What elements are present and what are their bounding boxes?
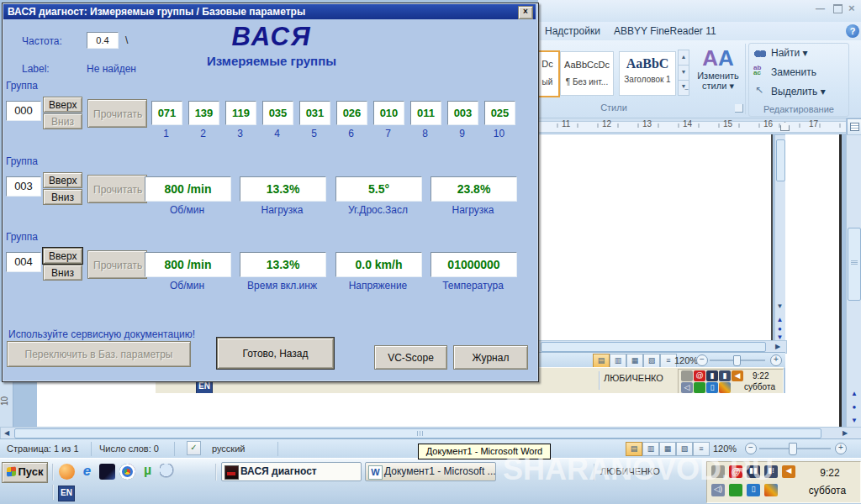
- switch-basic-params-button[interactable]: Переключить в Баз. параметры: [7, 341, 191, 367]
- inner-scroll-right-icon: ▶: [772, 342, 784, 351]
- group2-number-input[interactable]: 003: [6, 176, 41, 197]
- inner-vscroll-thumb[interactable]: [776, 139, 785, 181]
- taskbar-tooltip: Документ1 - Microsoft Word: [418, 444, 551, 459]
- ruler-number: 13: [642, 119, 652, 129]
- tab-abbyy-finereader[interactable]: ABBYY FineReader 11: [614, 25, 716, 37]
- app-logo: ВАСЯ: [171, 22, 372, 52]
- editing-group: Найти ▾ abac Заменить ↖ Выделить ▾ Редак…: [748, 43, 849, 117]
- taskbar-task-vasya[interactable]: ВАСЯ диагност: [221, 462, 362, 481]
- browse-object-icon[interactable]: ●: [848, 402, 860, 412]
- view-fullscreen-icon[interactable]: ▥: [642, 442, 659, 456]
- group1-read-button[interactable]: Прочитать: [87, 99, 147, 128]
- styles-dialog-launcher-icon[interactable]: [735, 104, 743, 113]
- group3-number-input[interactable]: 004: [6, 252, 41, 272]
- inner-tray-clock: 9:22: [753, 371, 769, 381]
- inner-system-tray: @ ▮ ▮ ◀ 9:22 ◁ ▯ суббота: [678, 369, 784, 394]
- vc-scope-button[interactable]: VC-Scope: [374, 345, 447, 370]
- word-titlebar: — ×: [538, 0, 861, 22]
- tray-day[interactable]: суббота: [800, 485, 855, 496]
- view-outline-icon[interactable]: ▧: [676, 442, 693, 456]
- tray-icon-gray[interactable]: [711, 465, 725, 478]
- document-page[interactable]: [538, 134, 773, 342]
- zoom-level[interactable]: 120%: [713, 444, 737, 454]
- styles-gallery-scroll: ▲ ▼ ▼̲: [678, 50, 689, 96]
- log-button[interactable]: Журнал: [453, 345, 528, 370]
- prev-page-icon[interactable]: ▲: [848, 389, 860, 399]
- inner-taskbar: ЛЮБИЧЕНКО @ ▮ ▮ ◀ 9:22 ◁ ▯ суббота: [538, 367, 784, 394]
- view-print-layout-icon[interactable]: ▤: [626, 442, 642, 456]
- status-word-count[interactable]: Число слов: 0: [99, 444, 159, 454]
- style-heading1[interactable]: AaBbC Заголовок 1: [619, 51, 676, 96]
- restore-icon[interactable]: [833, 4, 843, 13]
- scroll-right-icon[interactable]: ▶: [840, 428, 850, 438]
- frequency-input[interactable]: 0.4: [87, 32, 119, 49]
- group2-up-button[interactable]: Вверх: [43, 172, 82, 188]
- style-no-spacing[interactable]: AaBbCcDc ¶ Без инт...: [560, 51, 614, 96]
- tray-icon-volume-mixer[interactable]: ◀: [782, 465, 795, 478]
- start-button[interactable]: Пуск: [2, 462, 48, 483]
- tray-icon-updater[interactable]: [764, 484, 778, 496]
- quicklaunch-search-icon[interactable]: [160, 464, 176, 480]
- group2-value: 13.3%: [240, 176, 326, 202]
- quicklaunch-app-icon[interactable]: [99, 464, 115, 480]
- zoom-slider-thumb[interactable]: [789, 443, 797, 455]
- tray-clock[interactable]: 9:22: [806, 467, 853, 479]
- style-heading1-label: Заголовок 1: [620, 75, 675, 84]
- gallery-more-icon[interactable]: ▼̲: [678, 81, 689, 96]
- quicklaunch-chrome-icon[interactable]: [119, 464, 135, 480]
- tray-icon-battery[interactable]: ▯: [747, 484, 760, 496]
- group1-index: 9: [447, 128, 477, 139]
- gallery-down-icon[interactable]: ▼: [678, 66, 689, 81]
- dialog-titlebar[interactable]: ВАСЯ диагност: Измеряемые группы / Базов…: [3, 4, 536, 19]
- desktop: — × Надстройки ABBYY FineReader 11 ? Dc …: [0, 0, 861, 504]
- quicklaunch-ie-icon[interactable]: e: [79, 463, 95, 479]
- spellcheck-icon[interactable]: ✓: [187, 441, 201, 455]
- vertical-scrollbar[interactable]: ▲ ● ▼: [846, 134, 861, 428]
- tray-icon-speaker[interactable]: ◁): [711, 484, 725, 496]
- select-button[interactable]: Выделить ▾: [771, 86, 826, 97]
- group3-up-button[interactable]: Вверх: [43, 248, 82, 264]
- group3-down-button[interactable]: Вниз: [43, 265, 82, 281]
- tray-icon-green[interactable]: [729, 484, 742, 496]
- group2-down-button[interactable]: Вниз: [43, 189, 82, 205]
- group1-up-button[interactable]: Вверх: [43, 97, 82, 113]
- change-styles-button[interactable]: AA Изменить стили ▾: [695, 45, 742, 113]
- status-language[interactable]: русский: [212, 444, 245, 454]
- help-icon[interactable]: ?: [846, 24, 859, 38]
- group2-unit: Об/мин: [145, 204, 230, 216]
- tray-icon-avira[interactable]: @: [729, 465, 742, 478]
- next-page-icon[interactable]: ▼: [848, 416, 860, 426]
- zoom-in-icon[interactable]: +: [835, 443, 847, 454]
- tray-icon-network2[interactable]: ▮!: [764, 465, 778, 478]
- tray-icon-network[interactable]: ▮▮: [747, 465, 760, 478]
- group1-number-input[interactable]: 000: [6, 101, 41, 121]
- language-indicator[interactable]: EN: [58, 486, 75, 501]
- group1-down-button[interactable]: Вниз: [43, 113, 82, 129]
- zoom-out-icon[interactable]: −: [745, 443, 757, 454]
- gallery-up-icon[interactable]: ▲: [678, 50, 689, 66]
- group3-unit: Об/мин: [145, 280, 230, 291]
- scroll-left-icon[interactable]: ◀: [2, 428, 12, 438]
- vscroll-thumb[interactable]: [848, 228, 861, 301]
- view-draft-icon[interactable]: ≡: [693, 442, 710, 456]
- find-button[interactable]: Найти ▾: [771, 47, 808, 59]
- hscroll-thumb[interactable]: [14, 428, 821, 438]
- quicklaunch-utorrent-icon[interactable]: µ: [140, 463, 156, 479]
- replace-button[interactable]: Заменить: [771, 66, 816, 78]
- dialog-close-icon[interactable]: ×: [518, 6, 533, 19]
- ruler-toggle-button[interactable]: [847, 118, 861, 135]
- taskbar-task-word[interactable]: W Документ1 - Microsoft ...: [365, 462, 496, 481]
- minimize-icon[interactable]: —: [816, 3, 829, 13]
- view-buttons[interactable]: ▤ ▥ ▦ ▧ ≡: [626, 442, 710, 456]
- quicklaunch-qip-icon[interactable]: [59, 464, 75, 480]
- tab-addins[interactable]: Надстройки: [545, 25, 600, 37]
- group1-value: 139: [188, 101, 219, 125]
- ruler-number: 11: [562, 119, 570, 129]
- inner-scroll-down-icon[interactable]: ▼: [775, 302, 784, 312]
- group2-read-button[interactable]: Прочитать: [87, 175, 147, 203]
- status-page[interactable]: Страница: 1 из 1: [7, 444, 79, 454]
- view-web-icon[interactable]: ▦: [659, 442, 676, 456]
- close-icon[interactable]: ×: [848, 2, 861, 14]
- group3-read-button[interactable]: Прочитать: [87, 250, 147, 279]
- done-back-button[interactable]: Готово, Назад: [217, 338, 334, 369]
